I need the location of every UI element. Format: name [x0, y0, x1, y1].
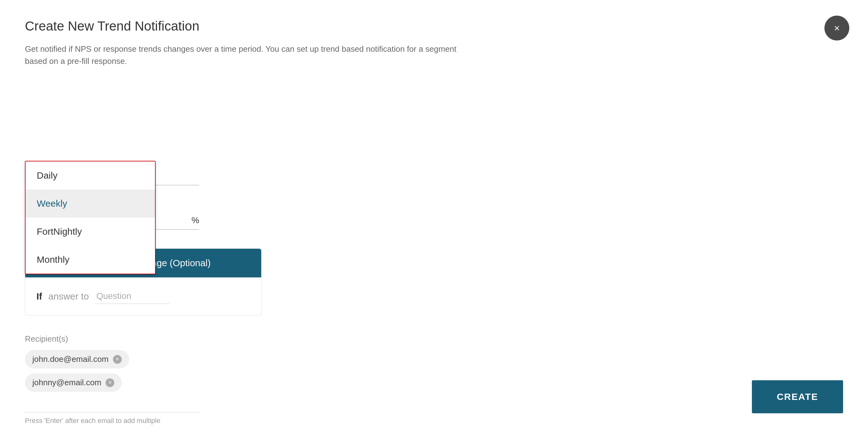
create-button[interactable]: CREATE: [752, 380, 843, 413]
dropdown-option-monthly[interactable]: Monthly: [26, 246, 155, 273]
email-address-2: johnny@email.com: [32, 378, 101, 387]
if-label: If: [36, 291, 42, 302]
answer-to-text: answer to: [48, 291, 89, 302]
alert-card-body: If answer to: [25, 278, 261, 315]
dropdown-option-fortnightly[interactable]: FortNightly: [26, 218, 155, 246]
close-button[interactable]: ×: [825, 16, 849, 40]
list-item: johnny@email.com ×: [25, 373, 268, 392]
email-address-1: john.doe@email.com: [32, 354, 108, 364]
page-description: Get notified if NPS or response trends c…: [25, 43, 461, 67]
question-input[interactable]: [95, 289, 170, 304]
form-section: Daily Weekly FortNightly Monthly NPS Sco…: [25, 167, 268, 425]
email-tag-2: johnny@email.com ×: [25, 373, 122, 392]
list-item: john.doe@email.com ×: [25, 350, 268, 368]
page-container: × Create New Trend Notification Get noti…: [0, 0, 868, 432]
remove-email-1-button[interactable]: ×: [113, 355, 122, 364]
email-input[interactable]: [25, 395, 199, 412]
recipients-section: Recipient(s) john.doe@email.com × johnny…: [25, 334, 268, 425]
email-tag-1: john.doe@email.com ×: [25, 350, 129, 368]
email-helper-text: Press 'Enter' after each email to add mu…: [25, 417, 268, 425]
percent-symbol: %: [191, 215, 199, 225]
dropdown-option-weekly[interactable]: Weekly: [26, 190, 155, 218]
page-title: Create New Trend Notification: [25, 19, 843, 34]
frequency-dropdown-open: Daily Weekly FortNightly Monthly: [25, 161, 156, 274]
dropdown-option-daily[interactable]: Daily: [26, 162, 155, 190]
remove-email-2-button[interactable]: ×: [105, 378, 114, 387]
if-answer-row: If answer to: [36, 289, 250, 304]
email-tags-container: john.doe@email.com × johnny@email.com ×: [25, 350, 268, 392]
recipients-label: Recipient(s): [25, 334, 268, 344]
